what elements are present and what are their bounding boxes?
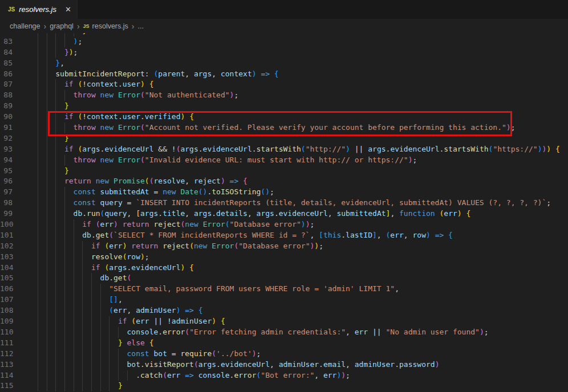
code-line: 114.catch(err => console.error("Bot erro…	[0, 370, 568, 381]
code-line: 101db.get(`SELECT * FROM incidentReports…	[0, 230, 568, 241]
code-line: 100if (err) return reject(new Error("Dat…	[0, 219, 568, 230]
breadcrumb: challenge › graphql › JS resolvers.js › …	[0, 19, 568, 33]
code-line: 84});	[0, 47, 568, 58]
code-lines: 82}83);84});85},86submitIncidentReport: …	[0, 33, 568, 391]
code-line: 110console.error("Error fetching admin c…	[0, 327, 568, 338]
line-number: 110	[0, 327, 13, 338]
chevron-right-icon: ›	[76, 22, 80, 30]
line-number: 83	[0, 36, 13, 47]
tab-bar: JS resolvers.js ✕	[0, 0, 568, 19]
code-line: 83);	[0, 36, 568, 47]
code-line: 107[],	[0, 295, 568, 305]
code-line: 89}	[0, 101, 568, 112]
code-line: 104if (args.evidenceUrl) {	[0, 263, 568, 273]
line-number: 111	[0, 338, 13, 349]
code-line: 94throw new Error("Invalid evidence URL:…	[0, 155, 568, 166]
code-line: 96return new Promise((resolve, reject) =…	[0, 176, 568, 187]
line-number: 96	[0, 176, 13, 187]
code-line: 105db.get(	[0, 273, 568, 284]
code-line: 92}	[0, 133, 568, 144]
line-number: 113	[0, 360, 13, 370]
line-number: 93	[0, 144, 13, 155]
line-number: 87	[0, 79, 13, 90]
breadcrumb-item-file[interactable]: resolvers.js	[92, 22, 128, 30]
line-number: 99	[0, 209, 13, 219]
breadcrumb-item-folder[interactable]: challenge	[10, 22, 40, 30]
line-number: 103	[0, 252, 13, 263]
line-number: 105	[0, 273, 13, 284]
line-number: 84	[0, 47, 13, 58]
line-number: 109	[0, 316, 13, 327]
chevron-right-icon: ›	[43, 22, 47, 30]
line-number: 104	[0, 263, 13, 273]
line-number: 94	[0, 155, 13, 166]
code-editor[interactable]: 82}83);84});85},86submitIncidentReport: …	[0, 33, 568, 392]
code-line: 109if (err || !adminUser) {	[0, 316, 568, 327]
line-number: 86	[0, 69, 13, 80]
line-number: 106	[0, 284, 13, 295]
code-line: 111} else {	[0, 338, 568, 349]
breadcrumb-item-folder[interactable]: graphql	[50, 22, 74, 30]
code-line: 112const bot = require('../bot');	[0, 349, 568, 360]
line-number: 98	[0, 198, 13, 209]
code-line: 87if (!context.user) {	[0, 79, 568, 90]
line-number: 97	[0, 187, 13, 198]
chevron-right-icon: ›	[131, 22, 135, 30]
code-line: 102if (err) return reject(new Error("Dat…	[0, 241, 568, 252]
code-line: 85},	[0, 58, 568, 69]
code-line: 99db.run(query, [args.title, args.detail…	[0, 209, 568, 219]
code-line: 97const submittedAt = new Date().toISOSt…	[0, 187, 568, 198]
code-line: 113bot.visitReport(args.evidenceUrl, adm…	[0, 360, 568, 370]
line-number: 114	[0, 370, 13, 381]
code-line: 86submitIncidentReport: (parent, args, c…	[0, 69, 568, 80]
javascript-file-icon: JS	[83, 23, 90, 29]
line-number: 92	[0, 133, 13, 144]
line-number: 100	[0, 219, 13, 230]
line-number: 91	[0, 122, 13, 133]
code-line: 106"SELECT email, password FROM users WH…	[0, 284, 568, 295]
line-number: 101	[0, 230, 13, 241]
tab-resolvers-js[interactable]: JS resolvers.js ✕	[0, 0, 78, 19]
code-line: 108(err, adminUser) => {	[0, 305, 568, 316]
code-line: 88throw new Error("Not authenticated");	[0, 90, 568, 101]
code-line: 115}	[0, 381, 568, 391]
close-icon[interactable]: ✕	[65, 6, 71, 13]
line-number: 90	[0, 112, 13, 122]
code-line: 93if (args.evidenceUrl && !(args.evidenc…	[0, 144, 568, 155]
line-number: 89	[0, 101, 13, 112]
line-number: 102	[0, 241, 13, 252]
line-number: 112	[0, 349, 13, 360]
line-number: 85	[0, 58, 13, 69]
code-line: 98const query = `INSERT INTO incidentRep…	[0, 198, 568, 209]
line-number: 88	[0, 90, 13, 101]
code-line: 103resolve(row);	[0, 252, 568, 263]
line-number: 107	[0, 295, 13, 305]
code-line: 95}	[0, 166, 568, 177]
line-number: 115	[0, 381, 13, 391]
line-number: 95	[0, 166, 13, 177]
breadcrumb-item-symbol-ellipsis[interactable]: ...	[137, 22, 143, 30]
code-line: 90if (!context.user.verified) {	[0, 112, 568, 122]
code-line: 91throw new Error("Account not verified.…	[0, 122, 568, 133]
tab-title: resolvers.js	[19, 5, 56, 14]
javascript-file-icon: JS	[8, 6, 15, 13]
line-number: 108	[0, 305, 13, 316]
